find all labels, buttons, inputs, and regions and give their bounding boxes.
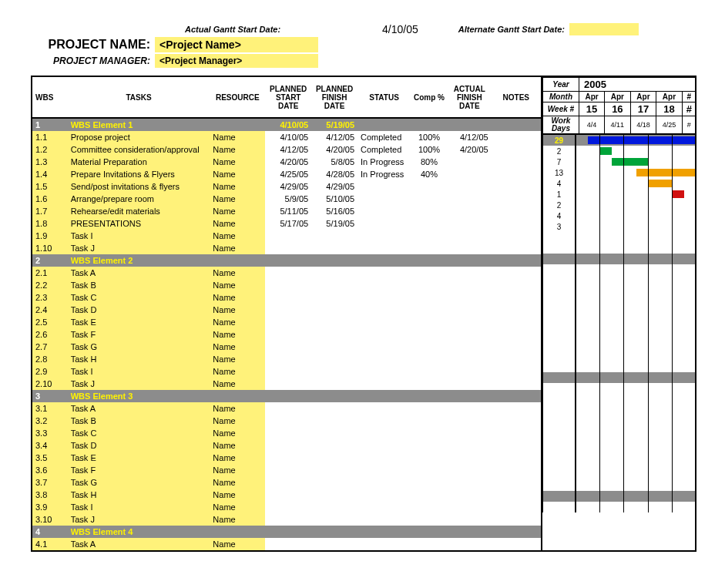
- gantt-cell[interactable]: [576, 167, 600, 178]
- cell-comp[interactable]: [411, 365, 448, 378]
- gantt-cell[interactable]: [600, 264, 624, 275]
- project-manager-input[interactable]: <Project Manager>: [155, 54, 318, 68]
- cell-status[interactable]: [357, 538, 411, 550]
- week-date[interactable]: 4/4: [579, 116, 605, 135]
- week-cell[interactable]: 18: [656, 102, 683, 116]
- cell-task[interactable]: Task G: [68, 341, 210, 353]
- gantt-row[interactable]: [543, 351, 696, 361]
- cell-workdays[interactable]: 2: [543, 146, 576, 156]
- table-row[interactable]: 3.2Task BName: [32, 415, 541, 427]
- cell-finish[interactable]: 4/28/05: [311, 168, 357, 180]
- gantt-cell[interactable]: [648, 200, 672, 210]
- cell-workdays[interactable]: [543, 448, 576, 459]
- cell-actual[interactable]: [448, 217, 492, 230]
- cell-notes[interactable]: [492, 464, 541, 476]
- cell-resource[interactable]: Name: [210, 279, 265, 291]
- cell-notes[interactable]: [492, 526, 541, 538]
- cell-notes[interactable]: [492, 267, 541, 279]
- cell-finish[interactable]: [311, 464, 357, 476]
- gantt-cell[interactable]: [576, 372, 600, 383]
- cell-notes[interactable]: [492, 230, 541, 242]
- cell-actual[interactable]: [448, 476, 492, 489]
- cell-start[interactable]: [265, 328, 311, 341]
- cell-workdays[interactable]: 1: [543, 189, 576, 200]
- table-row[interactable]: 1.6Arrange/prepare roomName5/9/055/10/05: [32, 193, 541, 205]
- gantt-cell[interactable]: [648, 286, 672, 297]
- gantt-cell[interactable]: [576, 426, 600, 437]
- cell-comp[interactable]: [411, 439, 448, 452]
- cell-wbs[interactable]: 3.10: [32, 513, 68, 526]
- cell-actual[interactable]: [448, 291, 492, 304]
- cell-comp[interactable]: [411, 476, 448, 489]
- gantt-cell[interactable]: [672, 459, 696, 469]
- gantt-cell[interactable]: [576, 189, 600, 200]
- table-row[interactable]: 3.5Task EName: [32, 452, 541, 464]
- cell-resource[interactable]: Name: [210, 291, 265, 304]
- cell-finish[interactable]: 4/12/05: [311, 131, 357, 143]
- cell-task[interactable]: Committee consideration/approval: [68, 143, 210, 156]
- gantt-row[interactable]: [543, 415, 696, 426]
- cell-finish[interactable]: 5/8/05: [311, 156, 357, 168]
- cell-finish[interactable]: [311, 538, 357, 550]
- cell-actual[interactable]: [448, 402, 492, 415]
- gantt-cell[interactable]: [600, 167, 624, 178]
- cell-resource[interactable]: Name: [210, 193, 265, 205]
- cell-workdays[interactable]: 4: [543, 178, 576, 189]
- cell-actual[interactable]: [448, 328, 492, 341]
- cell-comp[interactable]: [411, 501, 448, 513]
- week-cell[interactable]: #: [682, 102, 696, 116]
- cell-task[interactable]: Task E: [68, 316, 210, 328]
- group-row[interactable]: 1WBS Element 14/10/055/19/05: [32, 118, 541, 131]
- gantt-cell[interactable]: [576, 297, 600, 307]
- cell-wbs[interactable]: 1.8: [32, 217, 68, 230]
- gantt-cell[interactable]: [600, 329, 624, 340]
- gantt-cell[interactable]: [624, 437, 648, 448]
- cell-wbs[interactable]: 3.7: [32, 476, 68, 489]
- cell-status[interactable]: [357, 353, 411, 365]
- cell-workdays[interactable]: 29: [543, 135, 576, 146]
- cell-status[interactable]: [357, 328, 411, 341]
- cell-start[interactable]: [265, 267, 311, 279]
- gantt-cell[interactable]: [624, 286, 648, 297]
- cell-start[interactable]: [265, 365, 311, 378]
- cell-actual[interactable]: [448, 316, 492, 328]
- cell-finish[interactable]: [311, 378, 357, 390]
- gantt-cell[interactable]: [672, 394, 696, 405]
- cell-comp[interactable]: [411, 242, 448, 254]
- week-date[interactable]: 4/25: [656, 116, 683, 135]
- gantt-cell[interactable]: [576, 254, 600, 264]
- cell-notes[interactable]: [492, 168, 541, 180]
- gantt-cell[interactable]: [576, 135, 600, 146]
- cell-wbs[interactable]: 1.10: [32, 242, 68, 254]
- cell-wbs[interactable]: 2.9: [32, 365, 68, 378]
- gantt-row[interactable]: [543, 329, 696, 340]
- gantt-row[interactable]: [543, 372, 696, 383]
- gantt-cell[interactable]: [600, 210, 624, 221]
- cell-finish[interactable]: [311, 267, 357, 279]
- table-row[interactable]: 3.8Task HName: [32, 489, 541, 501]
- cell-status[interactable]: [357, 242, 411, 254]
- gantt-cell[interactable]: [576, 146, 600, 156]
- cell-comp[interactable]: [411, 452, 448, 464]
- group-row[interactable]: 2WBS Element 2: [32, 254, 541, 267]
- cell-notes[interactable]: [492, 156, 541, 168]
- gantt-cell[interactable]: [576, 232, 600, 243]
- project-name-input[interactable]: <Project Name>: [155, 37, 318, 52]
- gantt-cell[interactable]: [576, 221, 600, 232]
- gantt-cell[interactable]: [600, 383, 624, 394]
- cell-start[interactable]: [265, 402, 311, 415]
- gantt-cell[interactable]: [648, 415, 672, 426]
- cell-finish[interactable]: [311, 390, 357, 402]
- gantt-cell[interactable]: [624, 146, 648, 156]
- gantt-row[interactable]: [543, 426, 696, 437]
- cell-status[interactable]: [357, 254, 411, 267]
- gantt-cell[interactable]: [624, 318, 648, 329]
- cell-status[interactable]: In Progress: [357, 168, 411, 180]
- cell-task[interactable]: WBS Element 4: [68, 526, 210, 538]
- gantt-row[interactable]: [543, 491, 696, 502]
- cell-start[interactable]: 5/11/05: [265, 205, 311, 217]
- cell-start[interactable]: 4/12/05: [265, 143, 311, 156]
- cell-status[interactable]: [357, 279, 411, 291]
- cell-actual[interactable]: [448, 452, 492, 464]
- cell-status[interactable]: [357, 304, 411, 316]
